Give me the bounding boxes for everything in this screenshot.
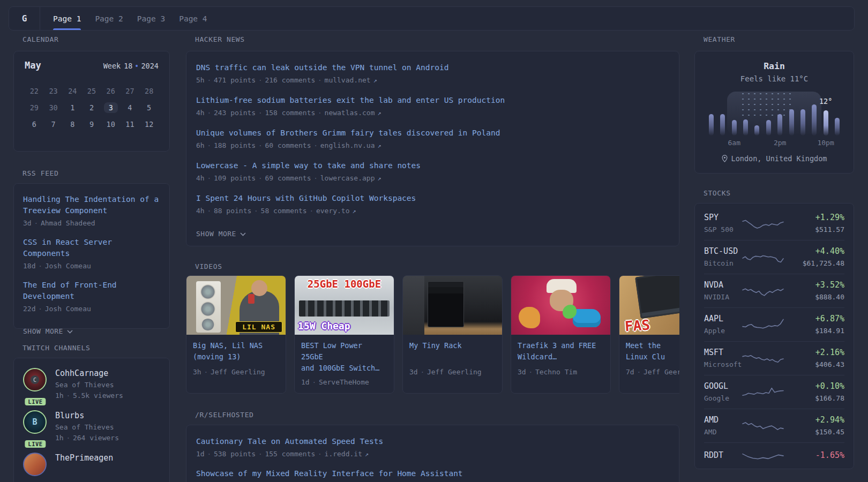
video-card[interactable]: My Tiny Rack 3d·Jeff Geerling	[402, 275, 503, 394]
video-card[interactable]: FAS Meet the Linux Clu 7d·Jeff Geerling	[619, 275, 679, 394]
weather-time-label: 6am	[732, 139, 737, 147]
current-temp-label: 12°	[819, 97, 832, 106]
post-title-link[interactable]: I Spent 24 Hours with GitHub Copilot Wor…	[196, 192, 669, 204]
weather-bar-slot	[732, 89, 737, 135]
dashboard-page: G Page 1 Page 2 Page 3 Page 4 CALENDAR M…	[0, 0, 868, 482]
video-age: 3d	[518, 368, 526, 376]
calendar-day-number: 24	[68, 87, 77, 95]
calendar-day-number: 22	[30, 87, 39, 95]
post-title-link[interactable]: Showcase of my Mixed Reality Interface f…	[196, 468, 669, 479]
rss-title-link[interactable]: CSS in React Server Components	[23, 237, 160, 259]
tab-page-1[interactable]: Page 1	[53, 7, 81, 30]
rss-title-link[interactable]: The End of Front-End Development	[23, 280, 160, 302]
video-thumbnail[interactable]: LIL NAS	[186, 276, 286, 335]
stock-row: RDDT -1.65%	[704, 442, 844, 469]
tab-page-3[interactable]: Page 3	[137, 7, 165, 30]
post-title-link[interactable]: DNS traffic can leak outside the VPN tun…	[196, 62, 669, 73]
rss-show-more-button[interactable]: SHOW MORE	[23, 327, 73, 335]
video-card[interactable]: Traefik 3 and FREE Wildcard… 3d·Techno T…	[511, 275, 611, 394]
weather-bar-slot	[789, 89, 794, 135]
video-age: 7d	[626, 368, 634, 376]
stock-ticker: AAPL	[704, 313, 742, 325]
stock-values: +3.52% $888.40	[791, 280, 844, 302]
post-title-link[interactable]: Lowercase - A simple way to take and sha…	[196, 160, 669, 171]
calendar-day-number: 3	[104, 102, 118, 113]
stock-identity: AAPL Apple	[704, 313, 742, 336]
video-title-link[interactable]: My Tiny Rack	[409, 340, 496, 364]
separator: ·	[207, 109, 211, 117]
stock-name: Microsoft	[704, 359, 742, 370]
twitch-channel-row[interactable]: C LIVE CohhCarnage Sea of Thieves 1h·5.5…	[23, 368, 160, 401]
twitch-channel-row[interactable]: B LIVE Blurbs Sea of Thieves 1h·264 view…	[23, 410, 160, 443]
app-logo[interactable]: G	[9, 7, 40, 30]
post-age: 5h	[196, 76, 205, 84]
post-domain-link[interactable]: newatlas.com↗	[325, 109, 381, 117]
post-domain-link[interactable]: lowercase.app↗	[320, 174, 381, 182]
stock-sparkline	[742, 250, 784, 265]
stock-identity: RDDT	[704, 450, 742, 462]
post-domain-link[interactable]: every.to↗	[316, 207, 356, 215]
calendar-day-number: 4	[128, 103, 132, 112]
video-thumbnail[interactable]: FAS	[619, 276, 679, 335]
separator: ·	[258, 77, 262, 84]
twitch-channels-widget: C LIVE CohhCarnage Sea of Thieves 1h·5.5…	[13, 358, 170, 482]
video-title-link[interactable]: Big NAS, Lil NAS (moving 13)	[193, 340, 279, 364]
videos-carousel[interactable]: LIL NAS Big NAS, Lil NAS (moving 13) 3h·…	[186, 275, 679, 394]
weather-bar	[824, 110, 828, 135]
stock-identity: MSFT Microsoft	[704, 347, 742, 370]
post-domain-link[interactable]: mullvad.net↗	[325, 76, 377, 84]
calendar-day: 6	[32, 118, 36, 131]
post-item: Showcase of my Mixed Reality Interface f…	[196, 468, 669, 479]
show-more-label: SHOW MORE	[23, 327, 63, 335]
separator-dot	[136, 65, 138, 67]
post-comments: 155 comments	[265, 450, 315, 458]
channel-name[interactable]: ThePrimeagen	[55, 453, 113, 463]
nav-tabs: Page 1 Page 2 Page 3 Page 4	[40, 7, 221, 30]
calendar-day-number: 5	[147, 103, 151, 112]
channel-name[interactable]: Blurbs	[55, 410, 119, 421]
video-thumbnail[interactable]	[511, 276, 610, 335]
channel-avatar: B	[23, 410, 47, 434]
video-title-link[interactable]: Traefik 3 and FREE Wildcard…	[518, 340, 604, 364]
weather-time-label	[754, 139, 759, 147]
post-title-link[interactable]: Cautionary Tale on Automated Speed Tests	[196, 435, 669, 447]
rss-item: CSS in React Server Components 18d·Josh …	[23, 237, 160, 272]
stock-row: BTC-USD Bitcoin +4.40% $61,725.48	[704, 240, 844, 274]
video-thumbnail[interactable]: 25GbE 100GbE 15W Cheap	[295, 276, 394, 335]
rss-title-link[interactable]: Handling The Indentation of a Treeview C…	[23, 194, 160, 216]
post-title-link[interactable]: Unique volumes of Brothers Grimm fairy t…	[196, 127, 669, 139]
post-domain-link[interactable]: i.redd.it↗	[325, 450, 369, 458]
calendar-day: 24	[68, 85, 77, 97]
separator: ·	[318, 109, 321, 117]
twitch-channel-row[interactable]: LIVE ThePrimeagen ·	[23, 453, 160, 476]
stock-ticker: NVDA	[704, 280, 742, 291]
channel-name[interactable]: CohhCarnage	[55, 368, 123, 379]
center-column: HACKER NEWS DNS traffic can leak outside…	[186, 31, 679, 482]
weather-bar	[720, 114, 725, 135]
calendar-day-number: 6	[32, 120, 36, 129]
stock-ticker: SPY	[704, 212, 742, 223]
separator: ·	[314, 175, 318, 182]
twitch-channel-info: Blurbs Sea of Thieves 1h·264 viewers	[55, 410, 119, 443]
tab-page-2[interactable]: Page 2	[95, 7, 123, 30]
video-card[interactable]: 25GbE 100GbE 15W Cheap BEST Low Power 25…	[294, 275, 394, 394]
weather-time-label	[720, 139, 725, 147]
weather-bar-slot	[709, 89, 714, 135]
thumbnail-decoration	[200, 319, 215, 330]
video-title-link[interactable]: BEST Low Power 25GbE and 100GbE Switch…	[301, 340, 387, 374]
calendar-day-number: 28	[145, 87, 153, 95]
video-thumbnail[interactable]	[403, 276, 502, 335]
weather-bar-slot	[720, 89, 725, 135]
stock-sparkline	[742, 385, 784, 400]
video-card[interactable]: LIL NAS Big NAS, Lil NAS (moving 13) 3h·…	[186, 275, 286, 394]
hn-show-more-button[interactable]: SHOW MORE	[196, 230, 246, 238]
calendar-day-number: 2	[89, 103, 94, 112]
tab-page-4[interactable]: Page 4	[179, 7, 207, 30]
stock-price: $406.43	[791, 359, 844, 370]
video-title-link[interactable]: Meet the Linux Clu	[626, 340, 679, 364]
post-domain-link[interactable]: english.nv.ua↗	[320, 141, 381, 149]
post-title-link[interactable]: Lithium-free sodium batteries exit the l…	[196, 94, 669, 106]
stock-change-percent: +0.10%	[791, 381, 844, 392]
rss-age: 3d	[23, 219, 32, 227]
calendar-days-grid: 222324252627282930123456789101112	[25, 85, 159, 131]
